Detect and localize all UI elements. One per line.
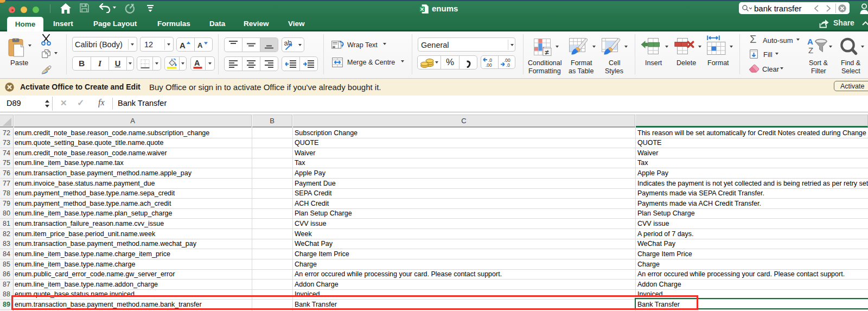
svg-text:Z: Z xyxy=(808,46,813,54)
svg-text:A: A xyxy=(197,41,203,49)
svg-text:A: A xyxy=(807,37,813,46)
svg-text:A: A xyxy=(194,59,200,67)
svg-text:A: A xyxy=(180,41,186,49)
svg-text:.00: .00 xyxy=(486,62,492,67)
svg-text:.0: .0 xyxy=(506,62,510,67)
svg-text:≠: ≠ xyxy=(545,48,549,56)
